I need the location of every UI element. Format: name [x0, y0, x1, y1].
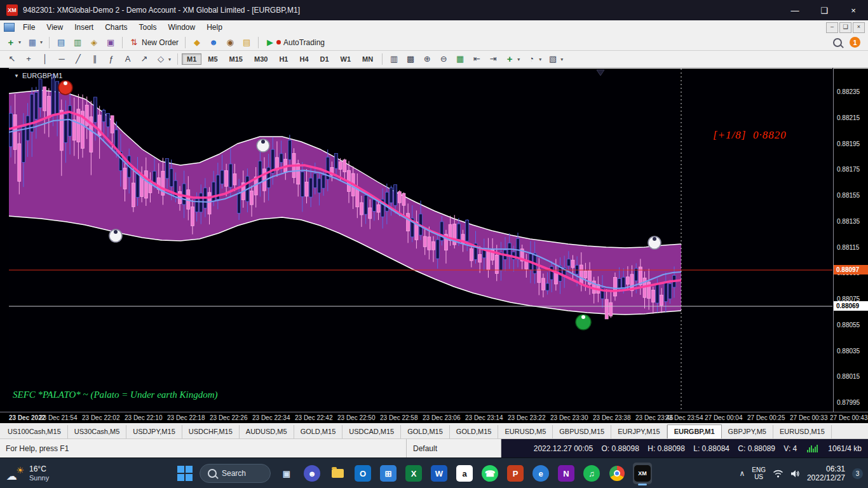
- indicators-add-button[interactable]: +▾: [501, 53, 523, 65]
- vertical-line-button[interactable]: │: [37, 53, 53, 65]
- chart-tab-usdchf-m15[interactable]: USDCHF,M15: [182, 425, 240, 438]
- weather-widget[interactable]: ☀☁ 16°C Sunny: [6, 458, 49, 488]
- taskbar-app-xm-terminal[interactable]: XM: [633, 463, 652, 484]
- new-order-button[interactable]: ⇅New Order: [126, 36, 182, 49]
- language-switcher[interactable]: ENG US: [752, 466, 766, 480]
- new-chart-button[interactable]: +▾: [3, 36, 24, 49]
- chart-tab-eurgbp-m1[interactable]: EURGBP,M1: [667, 424, 722, 438]
- chart-tab-eurjpy-m15[interactable]: EURJPY,M15: [611, 425, 667, 438]
- price-axis[interactable]: 0.882350.882150.881950.881750.881550.881…: [833, 68, 868, 412]
- shapes-dropdown-icon[interactable]: ▾: [168, 57, 171, 62]
- taskbar-app-powerpoint[interactable]: P: [506, 463, 525, 484]
- period-selector-dropdown-icon[interactable]: ▾: [539, 57, 541, 62]
- taskbar-app-task-view[interactable]: ▣: [277, 463, 296, 484]
- equidistant-channel-button[interactable]: ∥: [86, 53, 103, 65]
- indicators-add-dropdown-icon[interactable]: ▾: [517, 57, 520, 62]
- news-button[interactable]: ▤: [238, 36, 255, 49]
- clock[interactable]: 06:31 2022/12/27: [807, 464, 845, 482]
- market-watch-button[interactable]: ▤: [53, 36, 69, 49]
- menu-charts[interactable]: Charts: [99, 22, 133, 33]
- menu-help[interactable]: Help: [201, 22, 228, 33]
- chart-canvas[interactable]: [9, 69, 832, 412]
- taskbar-app-microsoft-store[interactable]: ⊞: [379, 463, 398, 484]
- minimize-button[interactable]: —: [780, 0, 810, 20]
- menu-window[interactable]: Window: [163, 22, 201, 33]
- timeframe-d1-button[interactable]: D1: [315, 53, 334, 65]
- collapse-icon[interactable]: ▼: [14, 73, 19, 79]
- autotrading-button[interactable]: ▶AutoTrading: [262, 36, 328, 49]
- signal-white-marker-3[interactable]: [648, 236, 661, 249]
- experts-button[interactable]: ☻: [205, 36, 222, 49]
- taskbar-app-teams-chat[interactable]: ☻: [302, 463, 322, 484]
- child-minimize-button[interactable]: –: [826, 22, 838, 33]
- fibonacci-button[interactable]: ƒ: [103, 53, 119, 65]
- search-icon[interactable]: [833, 38, 842, 47]
- chart-tab-gold-m15[interactable]: GOLD,M15: [450, 425, 499, 438]
- taskbar-app-excel[interactable]: X: [404, 463, 423, 484]
- timeframe-m15-button[interactable]: M15: [224, 53, 248, 65]
- template-selector-button[interactable]: ▧▾: [545, 53, 566, 65]
- chart-tab-gold-m15[interactable]: GOLD,M15: [401, 425, 450, 438]
- taskbar-app-edge[interactable]: e: [531, 463, 550, 484]
- wifi-icon[interactable]: [773, 470, 783, 478]
- taskbar-app-outlook[interactable]: O: [353, 463, 372, 484]
- timeframe-w1-button[interactable]: W1: [336, 53, 356, 65]
- profiles-dropdown-icon[interactable]: ▾: [40, 39, 43, 45]
- crosshair-button[interactable]: +: [20, 53, 37, 65]
- taskbar-app-amazon[interactable]: a: [455, 463, 474, 484]
- notification-badge[interactable]: 1: [850, 37, 860, 48]
- cascade-windows-button[interactable]: ▩: [402, 53, 419, 65]
- zoom-in-button[interactable]: ⊕: [419, 53, 435, 65]
- menu-insert[interactable]: Insert: [69, 22, 99, 33]
- data-window-button[interactable]: ▥: [69, 36, 86, 49]
- chart-tab-eurusd-m5[interactable]: EURUSD,M5: [498, 425, 553, 438]
- trendline-button[interactable]: ╱: [70, 53, 86, 65]
- chart-tab-usdjpy-m15[interactable]: USDJPY,M15: [126, 425, 182, 438]
- chart-tab-usdcad-m15[interactable]: USDCAD,M15: [342, 425, 401, 438]
- time-axis[interactable]: 23 Dec 202223 Dec 21:5423 Dec 22:0223 De…: [0, 412, 868, 423]
- timeframe-m30-button[interactable]: M30: [249, 53, 273, 65]
- timeframe-m5-button[interactable]: M5: [203, 53, 222, 65]
- menu-view[interactable]: View: [41, 22, 69, 33]
- timeframe-m1-button[interactable]: M1: [182, 53, 201, 65]
- scroll-to-end-button[interactable]: ⇥: [485, 53, 501, 65]
- menu-tools[interactable]: Tools: [133, 22, 163, 33]
- timeframe-mn-button[interactable]: MN: [357, 53, 378, 65]
- shapes-button[interactable]: ◇▾: [153, 53, 174, 65]
- taskbar-app-chrome[interactable]: [607, 463, 627, 484]
- notification-count-badge[interactable]: 3: [852, 468, 863, 479]
- auto-arrange-button[interactable]: ▦: [452, 53, 468, 65]
- chart-tab-eurusd-m15[interactable]: EURUSD,M15: [773, 425, 832, 438]
- new-chart-dropdown-icon[interactable]: ▾: [18, 39, 21, 45]
- profile-selector[interactable]: Default: [406, 439, 501, 458]
- text-button[interactable]: A: [119, 53, 136, 65]
- taskbar-app-onenote[interactable]: N: [557, 463, 576, 484]
- chart-tab-audusd-m5[interactable]: AUDUSD,M5: [240, 425, 294, 438]
- chart-shift-button[interactable]: ⇤: [468, 53, 485, 65]
- period-selector-button[interactable]: ◔▾: [523, 53, 545, 65]
- signal-white-marker-1[interactable]: [109, 229, 122, 242]
- profiles-button[interactable]: ▦▾: [24, 36, 46, 49]
- chart-plot[interactable]: ▼ EURGBP,M1 [+1/8] 0·8820 SEFC *PALATO* …: [9, 68, 832, 412]
- taskbar-app-whatsapp[interactable]: ☎: [480, 463, 499, 484]
- timeframe-h1-button[interactable]: H1: [274, 53, 293, 65]
- timeframe-h4-button[interactable]: H4: [294, 53, 313, 65]
- chart-tab-us100cash-m15[interactable]: US100Cash,M15: [1, 425, 68, 438]
- horizontal-line-button[interactable]: ─: [53, 53, 70, 65]
- metaeditor-button[interactable]: ◆: [189, 36, 205, 49]
- signal-green-marker[interactable]: [576, 315, 591, 330]
- terminal-button[interactable]: ▣: [102, 36, 119, 49]
- signal-white-marker-2[interactable]: [257, 139, 269, 152]
- child-restore-button[interactable]: ❑: [839, 22, 851, 33]
- volume-icon[interactable]: [790, 470, 800, 478]
- tray-chevron-icon[interactable]: ∧: [739, 469, 745, 478]
- chart-tab-us30cash-m5[interactable]: US30Cash,M5: [68, 425, 127, 438]
- zoom-out-button[interactable]: ⊖: [435, 53, 452, 65]
- market-button[interactable]: ◉: [222, 36, 238, 49]
- chart-tab-gbpusd-m15[interactable]: GBPUSD,M15: [553, 425, 611, 438]
- navigator-button[interactable]: ◈: [86, 36, 102, 49]
- menu-file[interactable]: File: [17, 22, 41, 33]
- template-selector-dropdown-icon[interactable]: ▾: [560, 57, 563, 62]
- start-button[interactable]: [177, 465, 193, 482]
- chart-tab-gold-m15[interactable]: GOLD,M15: [294, 425, 343, 438]
